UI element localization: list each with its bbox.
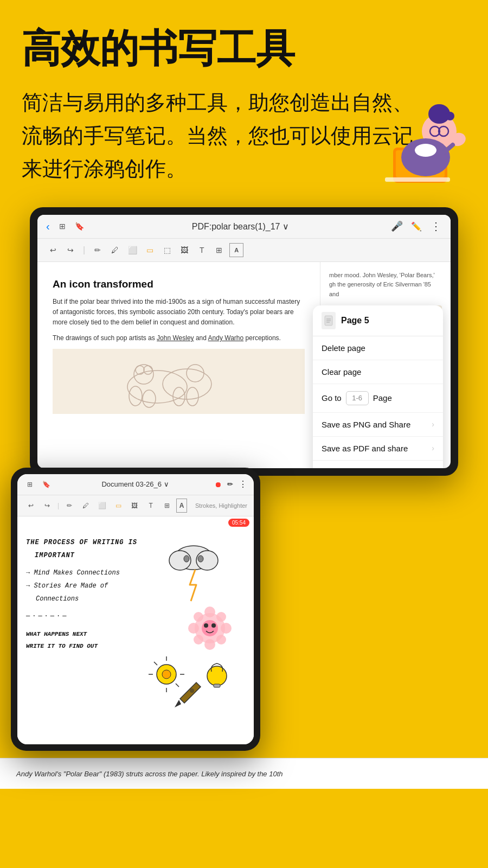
svg-point-20 bbox=[143, 390, 156, 407]
undo-icon[interactable]: ↩ bbox=[46, 243, 60, 257]
back-button[interactable]: ‹ bbox=[46, 220, 50, 233]
svg-line-59 bbox=[176, 684, 179, 687]
header-section: 高效的书写工具 简洁与易用的多种工具，助您创造出自然、流畅的手写笔记。当然，您也… bbox=[0, 0, 488, 196]
save-png-label: Save as PNG and Share bbox=[322, 420, 410, 429]
bookmark-icon[interactable]: 🔖 bbox=[74, 220, 86, 232]
pen-tool-icon[interactable]: ✏ bbox=[91, 243, 105, 257]
doc-paragraph-1: But if the polar bear thrived into the m… bbox=[53, 297, 305, 328]
svg-point-53 bbox=[162, 670, 171, 679]
phone-textbox-icon[interactable]: A bbox=[176, 499, 187, 513]
fountain-pen-icon[interactable]: 🖊 bbox=[108, 243, 122, 257]
delete-page-item[interactable]: Delete page bbox=[313, 336, 443, 360]
goto-input[interactable] bbox=[346, 391, 369, 405]
svg-point-62 bbox=[190, 688, 194, 693]
textbox-icon[interactable]: A bbox=[229, 243, 243, 257]
drawing-toolbar: ↩ ↪ | ✏ 🖊 ⬜ ▭ ⬚ 🖼 T ⊞ A bbox=[37, 239, 451, 262]
svg-rect-12 bbox=[385, 177, 450, 182]
text-insert-icon[interactable]: T bbox=[195, 243, 209, 257]
bottom-article-text: Andy Warhol's "Polar Bear" (1983) struts… bbox=[16, 768, 472, 780]
svg-point-22 bbox=[187, 387, 198, 406]
character-illustration bbox=[369, 82, 472, 202]
phone-toolbar-right: ⏺ ✏ ⋮ bbox=[214, 479, 247, 489]
main-title: 高效的书写工具 bbox=[22, 27, 466, 70]
tablet-doc: An icon transformed But if the polar bea… bbox=[37, 262, 320, 468]
popup-page-title: Page 5 bbox=[341, 316, 369, 326]
handwriting-text: The Process of Writing is Important → Mi… bbox=[26, 525, 245, 652]
svg-line-58 bbox=[154, 662, 157, 665]
phone-toolbar: ⊞ 🔖 Document 03-26_6 ∨ ⏺ ✏ ⋮ bbox=[17, 474, 254, 495]
clear-page-label: Clear page bbox=[322, 367, 361, 376]
save-pdf-chevron-icon: › bbox=[432, 444, 434, 452]
goto-label-prefix: Go to bbox=[322, 393, 342, 403]
image-insert-icon[interactable]: 🖼 bbox=[177, 243, 191, 257]
phone-bookmark-icon[interactable]: 🔖 bbox=[40, 478, 52, 490]
toolbar-icons-right: 🎤 ✏️ ⋮ bbox=[391, 220, 442, 232]
phone-text-icon[interactable]: T bbox=[144, 499, 158, 513]
timer-badge: 05:54 bbox=[228, 519, 249, 527]
save-pdf-item[interactable]: Save as PDF and share › bbox=[313, 437, 443, 461]
select-rect-icon[interactable]: ⬚ bbox=[160, 243, 174, 257]
phone-more-icon[interactable]: ⋮ bbox=[239, 479, 247, 489]
more-icon[interactable]: ⋮ bbox=[430, 220, 442, 232]
grid-icon[interactable]: ⊞ bbox=[56, 220, 68, 232]
svg-rect-61 bbox=[214, 684, 220, 687]
article-text-1: mber mood. John Wesley, 'Polar Bears,' g… bbox=[329, 271, 442, 299]
tablet-inner: ‹ ⊞ 🔖 PDF:polar bears(1)_17 ∨ 🎤 ✏️ ⋮ ↩ ↪… bbox=[37, 215, 451, 468]
svg-point-60 bbox=[207, 666, 227, 686]
highlight-icon[interactable]: ▭ bbox=[143, 243, 157, 257]
save-pdf-label: Save as PDF and share bbox=[322, 444, 408, 453]
hw-line7: What Happens Next bbox=[26, 628, 245, 640]
eraser-icon[interactable]: ⬜ bbox=[125, 243, 139, 257]
svg-point-16 bbox=[144, 366, 152, 374]
strokes-label: Strokes, Highlighter bbox=[195, 502, 247, 509]
phone-redo-icon[interactable]: ↪ bbox=[40, 499, 54, 513]
redo-icon[interactable]: ↪ bbox=[63, 243, 78, 257]
john-wesley-link[interactable]: John Wesley bbox=[157, 334, 194, 342]
hw-line3: → Mind Makes Connections bbox=[26, 566, 245, 579]
phone-toolbar-left: ⊞ 🔖 bbox=[24, 478, 52, 490]
phone-content: The Process of Writing is Important → Mi… bbox=[17, 516, 254, 744]
hw-line4: → Stories Are Made of bbox=[26, 579, 245, 592]
hw-line6: —·—·—·— bbox=[26, 610, 245, 623]
clear-page-item[interactable]: Clear page bbox=[313, 360, 443, 384]
phone-grid-icon[interactable]: ⊞ bbox=[24, 478, 36, 490]
svg-point-11 bbox=[415, 144, 436, 157]
doc-title: An icon transformed bbox=[53, 278, 305, 290]
svg-point-18 bbox=[187, 365, 204, 382]
phone-undo-icon[interactable]: ↩ bbox=[24, 499, 38, 513]
svg-point-19 bbox=[129, 386, 142, 406]
microphone-icon[interactable]: 🎤 bbox=[391, 220, 403, 232]
phone-formula-icon[interactable]: ⊞ bbox=[160, 499, 174, 513]
change-template-item[interactable]: Change template › bbox=[313, 461, 443, 468]
goto-label-suffix: Page bbox=[373, 393, 392, 403]
phone-doc-title[interactable]: Document 03-26_6 ∨ bbox=[60, 480, 211, 488]
change-template-label: Change template bbox=[322, 468, 383, 468]
hw-line8: Write it to Find Out bbox=[26, 640, 245, 652]
formula-icon[interactable]: ⊞ bbox=[212, 243, 226, 257]
article-image bbox=[53, 349, 305, 414]
phone-eraser-icon[interactable]: ⬜ bbox=[95, 499, 109, 513]
phone-pen-tool-icon[interactable]: ✏ bbox=[62, 499, 76, 513]
save-png-item[interactable]: Save as PNG and Share › bbox=[313, 413, 443, 437]
phone-highlight-icon[interactable]: ▭ bbox=[111, 499, 125, 513]
tablet-content: An icon transformed But if the polar bea… bbox=[37, 262, 451, 468]
document-title[interactable]: PDF:polar bears(1)_17 ∨ bbox=[94, 221, 387, 232]
goto-page-item[interactable]: Go to Page bbox=[313, 384, 443, 413]
save-png-chevron-icon: › bbox=[432, 420, 434, 429]
goto-container: Go to Page bbox=[322, 391, 392, 405]
popup-header: Page 5 bbox=[313, 305, 443, 336]
phone-image-icon[interactable]: 🖼 bbox=[127, 499, 142, 513]
tablet-toolbar: ‹ ⊞ 🔖 PDF:polar bears(1)_17 ∨ 🎤 ✏️ ⋮ bbox=[37, 215, 451, 239]
pencil-icon[interactable]: ✏️ bbox=[410, 220, 422, 232]
andy-warhol-link[interactable]: Andy Warho bbox=[208, 334, 244, 342]
phone-device: ⊞ 🔖 Document 03-26_6 ∨ ⏺ ✏ ⋮ ↩ ↪ | ✏ 🖊 ⬜… bbox=[11, 468, 260, 751]
popup-menu: Page 5 Delete page Clear page Go to bbox=[313, 305, 443, 468]
phone-fountain-pen-icon[interactable]: 🖊 bbox=[79, 499, 93, 513]
bottom-strip: Andy Warhol's "Polar Bear" (1983) struts… bbox=[0, 758, 488, 789]
tablet-device: ‹ ⊞ 🔖 PDF:polar bears(1)_17 ∨ 🎤 ✏️ ⋮ ↩ ↪… bbox=[30, 207, 458, 476]
hw-line2: Important bbox=[35, 549, 245, 562]
svg-point-15 bbox=[136, 366, 144, 374]
phone-inner: ⊞ 🔖 Document 03-26_6 ∨ ⏺ ✏ ⋮ ↩ ↪ | ✏ 🖊 ⬜… bbox=[17, 474, 254, 744]
phone-record-icon[interactable]: ⏺ bbox=[214, 480, 222, 489]
phone-pen-icon[interactable]: ✏ bbox=[227, 480, 233, 488]
